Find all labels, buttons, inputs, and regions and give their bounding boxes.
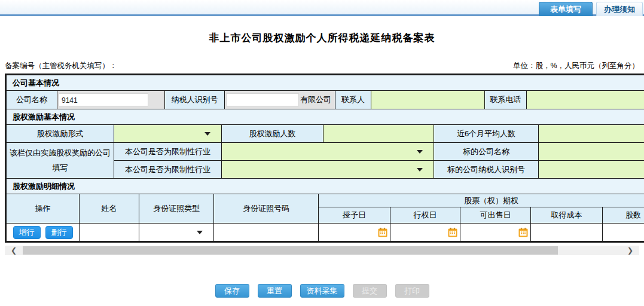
col-stock-option-group: 股票（权）期权: [319, 194, 644, 207]
phone-input[interactable]: [527, 91, 644, 109]
restricted-industry-select-1[interactable]: [222, 143, 434, 161]
company-name-input[interactable]: 9141: [59, 93, 148, 106]
incentive-people-label: 股权激励人数: [222, 125, 323, 143]
form-table: 公司基本情况 公司名称 9141 纳税人识别号 有限公司 联系人 联系电话 股权…: [5, 74, 644, 243]
col-id-number: 身份证照号码: [214, 194, 319, 224]
col-exercise-date: 行权日: [390, 207, 460, 224]
horizontal-scrollbar[interactable]: ❮ ❯: [5, 246, 639, 255]
cost-input[interactable]: [531, 224, 603, 241]
restricted-industry-select-2[interactable]: [222, 161, 434, 179]
tab-group: 表单填写 办理须知: [539, 2, 643, 16]
contact-input[interactable]: [371, 91, 485, 109]
detail-section-title: 股权激励明细情况: [7, 179, 644, 194]
top-tab-bar: 表单填写 办理须知: [0, 0, 644, 16]
incentive-people-input[interactable]: [323, 125, 434, 143]
avg-people-label: 近6个月平均人数: [434, 125, 539, 143]
row-operation-cell: 增行删行: [7, 224, 80, 241]
submit-button: 提交: [353, 284, 387, 298]
meta-row: 备案编号（主管税务机关填写）： 单位：股，%，人民币元（列至角分）: [5, 61, 639, 71]
phone-label: 联系电话: [485, 91, 527, 109]
restricted-industry-label-2: 本公司是否为限制性行业: [114, 161, 222, 179]
tab-handling-notice[interactable]: 办理须知: [596, 2, 643, 16]
reset-button[interactable]: 重置: [258, 284, 292, 298]
unit-note: 单位：股，%，人民币元（列至角分）: [513, 61, 639, 71]
target-company-taxid-label: 标的公司纳税人识别号: [434, 161, 539, 179]
incentive-section-title: 股权激励基本情况: [7, 109, 644, 125]
chevron-down-icon: [197, 231, 203, 234]
exercise-date-input[interactable]: [390, 224, 460, 241]
taxpayer-id-cell: 有限公司: [225, 91, 335, 109]
target-company-name-input[interactable]: [539, 143, 644, 161]
col-sellable-date: 可出售日: [460, 207, 531, 224]
col-cost: 取得成本: [531, 207, 603, 224]
target-company-name-label: 标的公司名称: [434, 143, 539, 161]
save-button[interactable]: 保存: [215, 284, 249, 298]
table-row: 增行删行: [7, 224, 644, 241]
company-section-table: 公司基本情况 公司名称 9141 纳税人识别号 有限公司 联系人 联系电话: [6, 75, 644, 109]
col-shares: 股数: [603, 207, 644, 224]
award-note-label: 该栏仅由实施股权奖励的公司填写: [7, 143, 114, 179]
chevron-down-icon: [417, 150, 423, 154]
target-company-taxid-input[interactable]: [539, 161, 644, 179]
detail-section-table: 股权激励明细情况 操作 姓名 身份证照类型 身份证照号码 股票（权）期权 授予日…: [6, 178, 644, 241]
scroll-right-icon[interactable]: ❯: [625, 246, 636, 255]
grant-date-input[interactable]: [319, 224, 390, 241]
form-viewport: 公司基本情况 公司名称 9141 纳税人识别号 有限公司 联系人 联系电话 股权…: [5, 74, 644, 243]
scrollbar-thumb[interactable]: [23, 246, 558, 255]
scroll-left-icon[interactable]: ❮: [8, 246, 19, 255]
contact-label: 联系人: [335, 91, 371, 109]
taxpayer-id-suffix: 有限公司: [300, 94, 331, 105]
chevron-down-icon: [205, 132, 210, 136]
tab-form-fill[interactable]: 表单填写: [539, 2, 593, 16]
filing-number-label: 备案编号（主管税务机关填写）：: [5, 61, 117, 71]
id-type-select[interactable]: [139, 224, 214, 241]
taxpayer-id-input[interactable]: [226, 93, 299, 106]
incentive-form-select[interactable]: [114, 125, 222, 143]
col-id-type: 身份证照类型: [139, 194, 214, 224]
collect-button[interactable]: 资料采集: [300, 284, 344, 298]
company-section-title: 公司基本情况: [7, 75, 644, 91]
action-bar: 保存 重置 资料采集 提交 打印: [0, 284, 644, 298]
col-operation: 操作: [7, 194, 80, 224]
avg-people-input[interactable]: [539, 125, 644, 143]
chevron-down-icon: [417, 168, 423, 172]
taxpayer-id-label: 纳税人识别号: [165, 91, 225, 109]
id-number-input[interactable]: [214, 224, 319, 241]
shares-input[interactable]: [603, 224, 644, 241]
incentive-section-table: 股权激励基本情况 股权激励形式 股权激励人数 近6个月平均人数 该栏仅由实施股权…: [6, 109, 644, 179]
company-name-cell: 9141: [57, 91, 165, 109]
col-grant-date: 授予日: [319, 207, 390, 224]
company-name-label: 公司名称: [7, 91, 57, 109]
sellable-date-input[interactable]: [460, 224, 531, 241]
page-title: 非上市公司股权激励个人所得税递延纳税备案表: [0, 31, 644, 45]
calendar-icon[interactable]: [518, 228, 528, 237]
calendar-icon[interactable]: [378, 228, 387, 237]
restricted-industry-label-1: 本公司是否为限制性行业: [114, 143, 222, 161]
print-button: 打印: [395, 284, 429, 298]
calendar-icon[interactable]: [448, 228, 457, 237]
delete-row-button[interactable]: 删行: [45, 226, 73, 239]
col-name: 姓名: [80, 194, 139, 224]
add-row-button[interactable]: 增行: [13, 226, 41, 239]
incentive-form-label: 股权激励形式: [7, 125, 114, 143]
name-input[interactable]: [80, 224, 139, 241]
